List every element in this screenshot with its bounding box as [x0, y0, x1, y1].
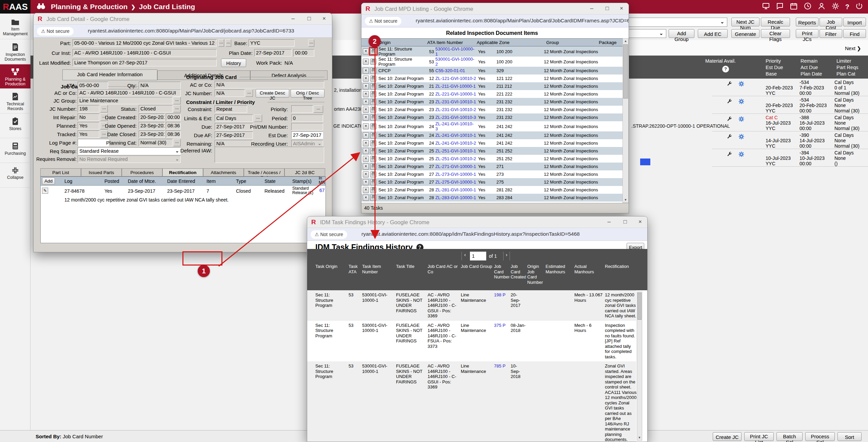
remove-task-button[interactable]: × — [363, 68, 369, 74]
url-text[interactable]: ryantest.aviationintertec.com:8080/app/M… — [416, 18, 629, 24]
print-task-button[interactable] — [370, 59, 376, 65]
history-button[interactable]: History — [221, 59, 246, 67]
add-ec-button[interactable]: Add EC — [698, 29, 728, 38]
task-item-link[interactable]: ZL-251-GVI-10010-2 — [435, 156, 476, 161]
minimize-button[interactable]: – — [590, 5, 593, 12]
print-task-button[interactable] — [370, 179, 376, 185]
task-item-link[interactable]: ZL-273-GVI-10000-1 — [435, 172, 476, 177]
date-created-field[interactable]: 20-Sep-2017 — [139, 113, 165, 121]
remove-task-button[interactable]: × — [363, 48, 369, 55]
priority-lookup-button[interactable]: ... — [314, 105, 323, 113]
sidebar-item-planning-production[interactable]: Planning & Production — [0, 64, 31, 89]
task-item-link[interactable]: ZL-251-GVI-10010-1 — [435, 148, 476, 153]
create-desc-jc-button[interactable]: Create Desc JC — [256, 89, 289, 98]
job-card-row[interactable]: 10-Jul-2023YYC -39410-Jul-2023 00:00 Cal… — [712, 149, 868, 167]
process-sel-button[interactable]: Process Sel — [805, 432, 835, 441]
not-secure-badge[interactable]: ⚠ Not secure — [365, 17, 401, 25]
jc-group-lookup-button[interactable]: ... — [173, 97, 181, 104]
remove-task-button[interactable]: × — [363, 179, 369, 185]
sidebar-item-purchasing[interactable]: Purchasing — [0, 139, 31, 163]
create-jc-button[interactable]: Create JC — [713, 432, 742, 441]
print-task-button[interactable] — [370, 76, 376, 82]
remove-task-button[interactable]: × — [363, 76, 369, 82]
edit-log-icon[interactable]: ✎ — [42, 188, 48, 194]
task-item-link[interactable]: ZL-281-GVI-10000-1 — [435, 187, 476, 192]
job-cost-button[interactable]: Job Cost — [820, 18, 842, 26]
est-due-field[interactable]: 27-Sep-2017 — [291, 131, 323, 139]
power-icon[interactable] — [855, 2, 863, 12]
jc-number-field[interactable]: 198 — [78, 105, 99, 112]
orig-jc-number-field[interactable]: N/A — [215, 89, 244, 97]
task-item-link[interactable]: ZL-121-GVI-10010-2 — [435, 76, 476, 81]
print-task-button[interactable] — [370, 148, 376, 154]
task-item-link[interactable]: ZL-221-GVI-10000-1 — [435, 91, 476, 97]
task-item-link[interactable]: ZL-231-GVI-10010-2 — [435, 107, 476, 112]
batch-sel-button[interactable]: Batch Sel — [776, 432, 803, 441]
remove-task-button[interactable]: × — [363, 164, 369, 170]
task-item-link[interactable]: ZL-231-GVI-10010-1 — [435, 99, 476, 104]
plan-date-field[interactable]: 27-Sep-2017 — [254, 49, 292, 57]
print-task-button[interactable] — [370, 156, 376, 162]
tab-attachments[interactable]: Attachments — [203, 168, 244, 176]
gear-icon[interactable] — [738, 134, 744, 149]
scroll-down-icon[interactable]: ▼ — [623, 197, 628, 203]
remove-task-button[interactable]: × — [363, 59, 369, 65]
filter-button[interactable]: Filter — [820, 29, 842, 38]
base-lookup-button[interactable]: ... — [308, 39, 314, 47]
remove-task-button[interactable]: × — [363, 132, 369, 139]
generate-button[interactable]: Generate — [731, 29, 760, 38]
remove-task-button[interactable]: × — [363, 114, 369, 121]
sidebar-item-stores[interactable]: Stores — [0, 114, 31, 138]
recalc-due-button[interactable]: Recalc Due — [761, 18, 790, 26]
material-avail-help-icon[interactable]: ? — [722, 66, 729, 72]
sidebar-item-technical-records[interactable]: Technical Records — [0, 89, 31, 113]
tab-defect-analysis[interactable]: Defect Analysis — [250, 70, 328, 80]
tracked-field[interactable]: Yes — [78, 130, 99, 138]
period-field[interactable]: 0 — [291, 114, 323, 122]
orig-ac-field[interactable]: N/A — [215, 81, 324, 88]
sort-button[interactable]: Sort — [837, 432, 862, 441]
part-lookup2-button[interactable]: ... — [225, 39, 231, 47]
cur-inst-field[interactable]: AC - AVRO 146RJ100 - 146RJ100 - C-GSUI — [73, 49, 217, 57]
part-lookup-button[interactable]: ... — [218, 39, 224, 47]
add-log-button[interactable]: Add — [42, 177, 55, 185]
close-button[interactable]: × — [638, 218, 642, 225]
reports-button[interactable]: Reports — [796, 18, 818, 26]
print-task-button[interactable] — [370, 99, 376, 105]
int-repair-field[interactable]: No — [78, 113, 99, 121]
remove-task-button[interactable]: × — [363, 187, 369, 193]
print-task-button[interactable] — [370, 91, 376, 97]
task-item-link[interactable]: ZL-231-GVI-10010-3 — [435, 115, 476, 120]
close-button[interactable]: × — [322, 15, 326, 22]
minimize-button[interactable]: – — [292, 15, 295, 22]
gear-icon[interactable] — [738, 81, 744, 96]
print-task-button[interactable] — [370, 123, 376, 129]
chat-icon[interactable] — [776, 2, 784, 12]
print-task-button[interactable] — [370, 114, 376, 121]
task-item-link[interactable]: ZL-283-GVI-10000-1 — [435, 195, 476, 200]
ata-field[interactable]: 05-00-00 — [78, 82, 108, 89]
task-item-link[interactable]: ZL-275-GVI-10000-1 — [435, 180, 476, 185]
clear-flags-button[interactable]: Clear Flags — [761, 29, 790, 38]
remove-task-button[interactable]: × — [363, 123, 369, 129]
tab-issued-parts[interactable]: Issued Parts — [81, 168, 122, 176]
print-task-button[interactable] — [370, 107, 376, 113]
maximize-button[interactable]: □ — [624, 218, 627, 225]
job-card-row[interactable]: 20-Feb-2023YYC -53420-Feb-2023 00:00 Cal… — [712, 96, 868, 114]
tab-job-card-header[interactable]: Job Card Header Information — [62, 69, 157, 80]
next-jc-num-button[interactable]: Next JC Num — [731, 18, 760, 26]
add-group-button[interactable]: Add Group — [669, 29, 694, 38]
remove-task-button[interactable]: × — [363, 156, 369, 162]
remove-task-button[interactable]: × — [363, 107, 369, 113]
calendar-icon[interactable] — [790, 2, 798, 12]
wrench-icon[interactable] — [727, 99, 732, 113]
not-secure-badge[interactable]: ⚠ Not secure — [311, 230, 347, 239]
prev-page-icon[interactable]: ‹ — [461, 252, 468, 260]
page-input[interactable] — [470, 252, 486, 260]
wrench-icon[interactable] — [727, 151, 732, 166]
remove-task-button[interactable]: × — [363, 148, 369, 154]
mpd-scrollbar[interactable]: ▲ ▼ — [623, 38, 629, 203]
remove-task-button[interactable]: × — [363, 171, 369, 177]
clock-icon[interactable] — [804, 2, 812, 12]
print-task-button[interactable] — [370, 187, 376, 193]
